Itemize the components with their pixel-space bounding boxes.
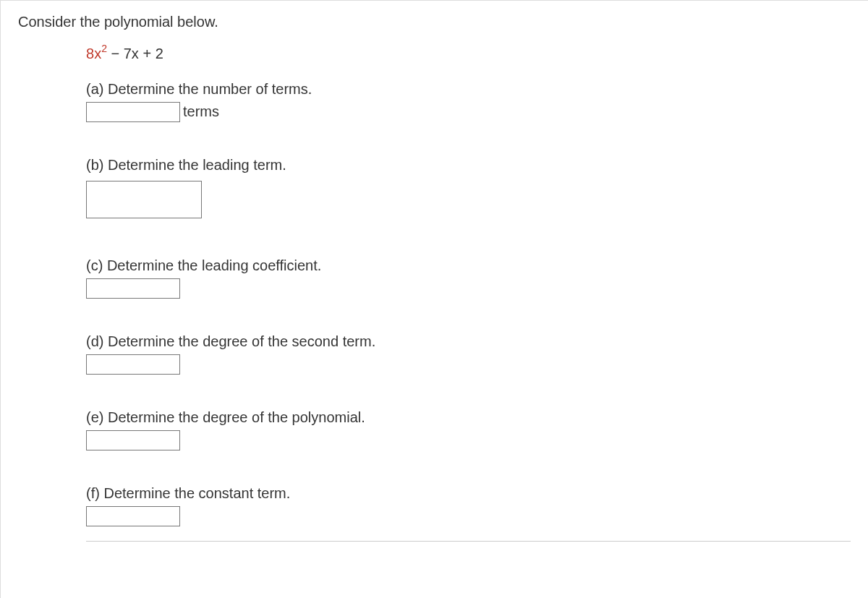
part-e-input[interactable] [86, 430, 180, 450]
part-a-suffix: terms [183, 103, 219, 119]
part-e-label: (e) Determine the degree of the polynomi… [86, 409, 851, 426]
question-body: 8x2 − 7x + 2 (a) Determine the number of… [86, 43, 851, 526]
question-intro: Consider the polynomial below. [18, 14, 851, 30]
leading-coef: 8 [86, 46, 94, 61]
part-f-input[interactable] [86, 506, 180, 526]
part-e: (e) Determine the degree of the polynomi… [86, 409, 851, 450]
part-d-input[interactable] [86, 354, 180, 375]
leading-var: x2 [94, 46, 107, 61]
part-c: (c) Determine the leading coefficient. [86, 257, 851, 299]
polynomial-leading-term: 8x2 [86, 46, 107, 61]
part-a: (a) Determine the number of terms. terms [86, 81, 851, 122]
part-d-label: (d) Determine the degree of the second t… [86, 333, 851, 350]
question-container: Consider the polynomial below. 8x2 − 7x … [0, 0, 868, 598]
part-c-label: (c) Determine the leading coefficient. [86, 257, 851, 274]
part-d: (d) Determine the degree of the second t… [86, 333, 851, 375]
part-c-input[interactable] [86, 278, 180, 299]
part-f-label: (f) Determine the constant term. [86, 485, 851, 502]
part-b-label: (b) Determine the leading term. [86, 157, 851, 174]
part-a-input[interactable] [86, 102, 180, 122]
part-a-label: (a) Determine the number of terms. [86, 81, 851, 98]
part-f: (f) Determine the constant term. [86, 485, 851, 526]
polynomial-rest: − 7x + 2 [107, 46, 163, 61]
part-b: (b) Determine the leading term. [86, 157, 851, 218]
polynomial-expression: 8x2 − 7x + 2 [86, 43, 851, 62]
bottom-divider [86, 541, 851, 542]
part-b-input[interactable] [86, 181, 202, 218]
leading-exponent: 2 [101, 43, 107, 54]
